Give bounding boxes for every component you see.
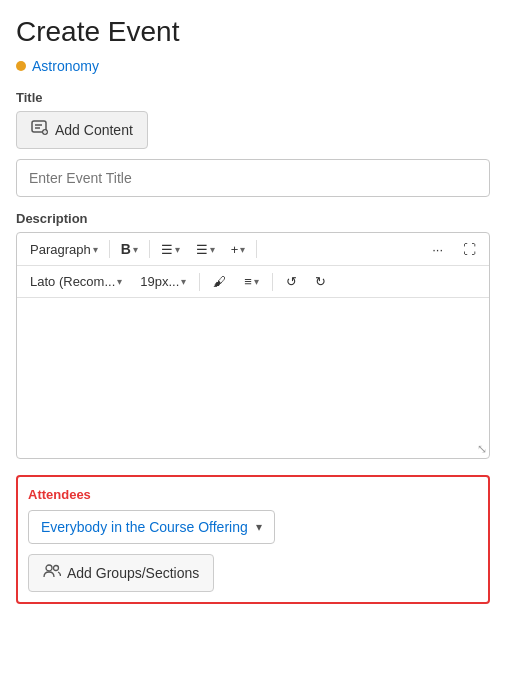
list-chevron-icon: ▾	[210, 244, 215, 255]
size-chevron-icon: ▾	[181, 276, 186, 287]
lineheight-chevron-icon: ▾	[254, 276, 259, 287]
line-height-dropdown[interactable]: ≡ ▾	[237, 270, 266, 293]
insert-dropdown[interactable]: + ▾	[224, 238, 253, 261]
toolbar-separator-5	[272, 273, 273, 291]
bold-chevron-icon: ▾	[133, 244, 138, 255]
description-editor: Paragraph ▾ B ▾ ☰ ▾ ☰ ▾ + ▾ ··· ⛶	[16, 232, 490, 459]
course-name[interactable]: Astronomy	[32, 58, 99, 74]
course-badge: Astronomy	[16, 58, 490, 74]
paragraph-chevron-icon: ▾	[93, 244, 98, 255]
title-label: Title	[16, 90, 490, 105]
font-dropdown[interactable]: Lato (Recom... ▾	[23, 270, 129, 293]
attendees-label: Attendees	[28, 487, 478, 502]
undo-button[interactable]: ↺	[279, 270, 304, 293]
attendees-value: Everybody in the Course Offering	[41, 519, 248, 535]
undo-icon: ↺	[286, 274, 297, 289]
insert-chevron-icon: ▾	[240, 244, 245, 255]
align-dropdown[interactable]: ☰ ▾	[154, 238, 187, 261]
toolbar-separator-2	[149, 240, 150, 258]
svg-point-7	[54, 566, 59, 571]
event-title-input[interactable]	[16, 159, 490, 197]
toolbar-separator-4	[199, 273, 200, 291]
font-size-dropdown[interactable]: 19px... ▾	[133, 270, 193, 293]
redo-button[interactable]: ↻	[308, 270, 333, 293]
resize-handle-icon[interactable]: ⤡	[477, 442, 487, 456]
list-dropdown[interactable]: ☰ ▾	[189, 238, 222, 261]
add-groups-label: Add Groups/Sections	[67, 565, 199, 581]
add-content-button[interactable]: Add Content	[16, 111, 148, 149]
svg-point-6	[46, 565, 52, 571]
groups-icon	[43, 563, 61, 583]
editor-toolbar-row1: Paragraph ▾ B ▾ ☰ ▾ ☰ ▾ + ▾ ··· ⛶	[17, 233, 489, 266]
toolbar-separator-3	[256, 240, 257, 258]
toolbar-separator-1	[109, 240, 110, 258]
add-content-icon	[31, 120, 49, 140]
paragraph-dropdown[interactable]: Paragraph ▾	[23, 238, 105, 261]
redo-icon: ↻	[315, 274, 326, 289]
fullscreen-icon: ⛶	[463, 242, 476, 257]
editor-content-area[interactable]: ⤡	[17, 298, 489, 458]
page-title: Create Event	[16, 16, 490, 48]
description-label: Description	[16, 211, 490, 226]
bold-dropdown[interactable]: B ▾	[114, 237, 145, 261]
attendees-section: Attendees Everybody in the Course Offeri…	[16, 475, 490, 604]
paint-icon: 🖌	[213, 274, 226, 289]
add-groups-button[interactable]: Add Groups/Sections	[28, 554, 214, 592]
more-options-button[interactable]: ···	[425, 238, 450, 261]
attendees-chevron-icon: ▾	[256, 520, 262, 534]
font-chevron-icon: ▾	[117, 276, 122, 287]
text-color-button[interactable]: 🖌	[206, 270, 233, 293]
fullscreen-button[interactable]: ⛶	[456, 238, 483, 261]
add-content-label: Add Content	[55, 122, 133, 138]
editor-toolbar-row2: Lato (Recom... ▾ 19px... ▾ 🖌 ≡ ▾ ↺ ↻	[17, 266, 489, 298]
attendees-dropdown[interactable]: Everybody in the Course Offering ▾	[28, 510, 275, 544]
align-chevron-icon: ▾	[175, 244, 180, 255]
course-dot-icon	[16, 61, 26, 71]
